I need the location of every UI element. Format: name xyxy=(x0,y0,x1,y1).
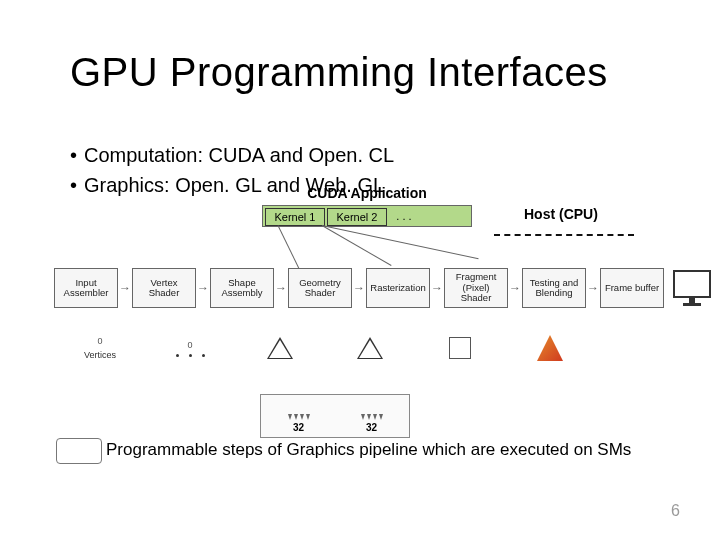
bullet-item: • Computation: CUDA and Open. CL xyxy=(70,140,394,170)
diagram-line xyxy=(278,225,301,270)
arrow-right-icon: → xyxy=(354,283,364,293)
pipeline-stage-rasterization: Rasterization xyxy=(366,268,430,308)
arrow-right-icon: → xyxy=(120,283,130,293)
kernel-box: Kernel 2 xyxy=(327,208,387,226)
axis-zero: 0 xyxy=(97,336,102,346)
page-number: 6 xyxy=(671,502,680,520)
cuda-application-block: CUDA Application Kernel 1 Kernel 2 . . . xyxy=(262,185,472,227)
host-divider-line xyxy=(494,234,634,236)
bullet-dot-icon: • xyxy=(70,140,84,170)
shaded-fragment-illustration xyxy=(520,320,580,376)
pipeline-stage-vertex-shader: Vertex Shader xyxy=(132,268,196,308)
arrow-right-icon: → xyxy=(276,283,286,293)
slide-title: GPU Programming Interfaces xyxy=(70,50,608,95)
arrow-right-icon: → xyxy=(198,283,208,293)
arrow-right-icon: → xyxy=(588,283,598,293)
vertices-illustration: 0 Vertices xyxy=(70,320,130,376)
sm-unit: 32 xyxy=(340,399,403,433)
cuda-application-label: CUDA Application xyxy=(262,185,472,201)
bullet-text: Computation: CUDA and Open. CL xyxy=(84,140,394,170)
diagram-line xyxy=(322,225,392,266)
vertices-label: Vertices xyxy=(84,350,116,360)
triangle-illustration-2 xyxy=(340,320,400,376)
kernel-row: Kernel 1 Kernel 2 . . . xyxy=(262,205,472,227)
shaded-triangle-icon xyxy=(537,335,563,361)
sm-block: 32 32 xyxy=(260,394,410,438)
pipeline-stage-geometry-shader: Geometry Shader xyxy=(288,268,352,308)
bullet-dot-icon: • xyxy=(70,170,84,200)
point-set-icon xyxy=(176,354,205,357)
legend-swatch xyxy=(56,438,102,464)
sm-count: 32 xyxy=(293,422,304,433)
graphics-pipeline: Input Assembler → Vertex Shader → Shape … xyxy=(54,268,712,308)
pipeline-illustration-row: 0 Vertices 0 xyxy=(70,320,580,376)
pipeline-stage-shape-assembly: Shape Assembly xyxy=(210,268,274,308)
threads-icon xyxy=(361,414,383,420)
diagram-line xyxy=(322,225,479,259)
triangle-illustration xyxy=(250,320,310,376)
points-illustration: 0 xyxy=(160,320,220,376)
raster-grid-icon xyxy=(449,337,471,359)
arrow-right-icon: → xyxy=(510,283,520,293)
triangle-outline-icon xyxy=(357,337,383,359)
kernel-ellipsis: . . . xyxy=(389,208,419,224)
sm-unit: 32 xyxy=(267,399,330,433)
axis-zero: 0 xyxy=(187,340,192,350)
sm-count: 32 xyxy=(366,422,377,433)
threads-icon xyxy=(288,414,310,420)
pipeline-stage-input-assembler: Input Assembler xyxy=(54,268,118,308)
pipeline-stage-testing-blending: Testing and Blending xyxy=(522,268,586,308)
kernel-box: Kernel 1 xyxy=(265,208,325,226)
caption-text: Programmable steps of Graphics pipeline … xyxy=(106,440,631,460)
pipeline-stage-frame-buffer: Frame buffer xyxy=(600,268,664,308)
arrow-right-icon: → xyxy=(432,283,442,293)
pipeline-stage-fragment-shader: Fragment (Pixel) Shader xyxy=(444,268,508,308)
triangle-outline-icon xyxy=(267,337,293,359)
monitor-icon xyxy=(672,270,712,306)
slide: GPU Programming Interfaces • Computation… xyxy=(0,0,720,540)
raster-illustration xyxy=(430,320,490,376)
host-cpu-label: Host (CPU) xyxy=(524,206,598,222)
